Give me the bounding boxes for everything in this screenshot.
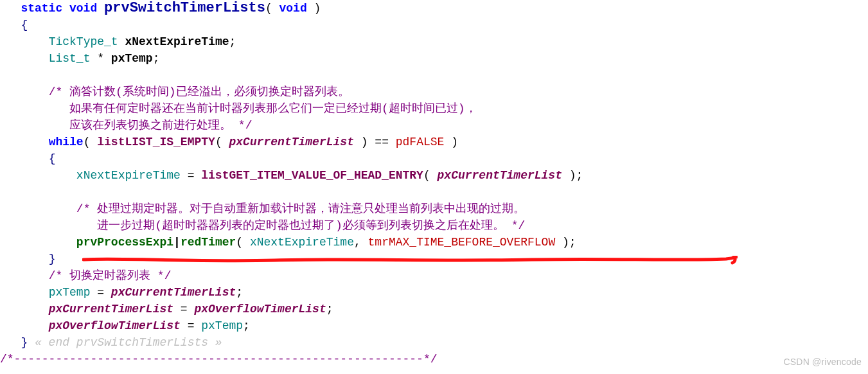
close: ); xyxy=(562,169,583,182)
semi: ; xyxy=(326,303,333,316)
rhs-pxtemp: pxTemp xyxy=(201,319,243,332)
comment-2b: 进一步过期(超时时器器列表的定时器也过期了)必须等到列表切换之后在处理。 */ xyxy=(76,219,525,232)
keyword-static-void: static void xyxy=(21,2,97,15)
var-xnextexpiretime: xNextExpireTime xyxy=(125,35,229,48)
lhs-pxtemp: pxTemp xyxy=(49,286,91,299)
hr-comment: /*--------------------------------------… xyxy=(0,353,438,366)
eq: = xyxy=(173,303,194,316)
paren: ( xyxy=(423,169,438,182)
brace-open: { xyxy=(21,19,28,31)
macro-listempty: listLIST_IS_EMPTY xyxy=(97,136,215,148)
arg-pxcurrenttimerlist: pxCurrentTimerList xyxy=(229,136,354,148)
eq: = xyxy=(181,319,201,332)
keyword-void: void xyxy=(279,2,307,15)
paren-end: ) xyxy=(444,136,458,148)
semi: ; xyxy=(243,319,250,332)
var-pxtemp: pxTemp xyxy=(111,52,153,65)
paren: ( xyxy=(236,236,250,249)
brace-close-inner: } xyxy=(49,253,56,265)
arg-pxcurrenttimerlist: pxCurrentTimerList xyxy=(438,169,562,182)
keyword-while: while xyxy=(49,136,84,148)
eq: = xyxy=(181,169,201,182)
paren-open: ( xyxy=(265,2,279,15)
lhs-xnextexpiretime: xNextExpireTime xyxy=(76,169,181,182)
function-name: prvSwitchTimerLists xyxy=(104,0,265,16)
semi: ; xyxy=(153,52,160,65)
fn-prvprocessexpiredtimer-b: redTimer xyxy=(181,236,236,249)
comment-2a: /* 处理过期定时器。对于自动重新加载计时器，请注意只处理当前列表中出现的过期。 xyxy=(76,202,525,215)
eq: = xyxy=(90,286,111,299)
comment-1c: 应该在列表切换之前进行处理。 */ xyxy=(49,119,252,132)
paren: ( xyxy=(84,136,98,148)
const-pdfalse: pdFALSE xyxy=(396,136,445,148)
close-eq: ) == xyxy=(354,136,396,148)
code-block: static void prvSwitchTimerLists( void ) … xyxy=(0,0,868,368)
type-ticktype: TickType_t xyxy=(49,35,125,48)
lhs-pxcurrenttimerlist: pxCurrentTimerList xyxy=(49,303,173,316)
comment-1a: /* 滴答计数(系统时间)已经溢出，必须切换定时器列表。 xyxy=(49,85,350,98)
brace-open-inner: { xyxy=(49,152,56,165)
fn-prvprocessexpiredtimer-a: prvProcessExpi xyxy=(76,236,173,249)
rhs-pxoverflowtimerlist: pxOverflowTimerList xyxy=(194,303,326,316)
close: ); xyxy=(555,236,576,249)
semi: ; xyxy=(229,35,236,48)
watermark: CSDN @rivencode xyxy=(784,353,862,370)
arg-xnextexpiretime: xNextExpireTime xyxy=(250,236,354,249)
lhs-pxoverflowtimerlist: pxOverflowTimerList xyxy=(49,319,181,332)
type-list: List_t xyxy=(49,52,98,65)
paren-close: ) xyxy=(307,2,321,15)
cursor: | xyxy=(173,236,181,249)
star: * xyxy=(97,52,111,65)
paren: ( xyxy=(215,136,229,148)
semi: ; xyxy=(236,286,243,299)
rhs-pxcurrenttimerlist: pxCurrentTimerList xyxy=(111,286,236,299)
const-tmrmax: tmrMAX_TIME_BEFORE_OVERFLOW xyxy=(368,236,556,249)
comma: , xyxy=(354,236,368,249)
fold-marker: « end prvSwitchTimerLists » xyxy=(28,336,222,349)
brace-close: } xyxy=(21,336,28,349)
comment-3: /* 切换定时器列表 */ xyxy=(49,269,172,282)
macro-getitemhead: listGET_ITEM_VALUE_OF_HEAD_ENTRY xyxy=(201,169,423,182)
comment-1b: 如果有任何定时器还在当前计时器列表那么它们一定已经过期(超时时间已过)， xyxy=(49,102,477,115)
